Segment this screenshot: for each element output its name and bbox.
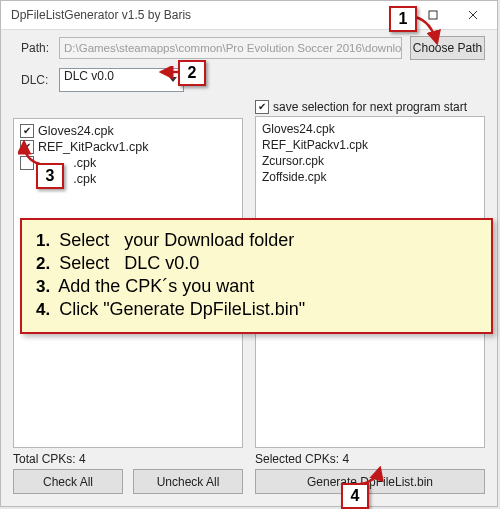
dlc-selected-value: DLC v0.0 — [64, 69, 114, 83]
list-item-label: REF_KitPackv1.cpk — [38, 140, 148, 154]
list-item[interactable]: REF_KitPackv1.cpk — [20, 139, 236, 155]
list-item-label: .cpk — [73, 172, 96, 186]
step-number: 4. — [36, 300, 50, 319]
total-cpks-label: Total CPKs: 4 — [13, 448, 243, 469]
list-item-label: Gloves24.cpk — [38, 124, 114, 138]
checkbox-icon[interactable] — [20, 124, 34, 138]
arrow-icon — [413, 15, 443, 51]
step-number: 3. — [36, 277, 50, 296]
save-selection-row[interactable]: save selection for next program start — [255, 100, 485, 116]
dlc-row: DLC: DLC v0.0 — [1, 64, 497, 100]
close-button[interactable] — [453, 2, 493, 28]
check-all-button[interactable]: Check All — [13, 469, 123, 494]
callout-3: 3 — [36, 163, 64, 189]
step-number: 1. — [36, 231, 50, 250]
step-text: Add the CPK´s you want — [58, 276, 254, 296]
path-input[interactable]: D:\Games\steamapps\common\Pro Evolution … — [59, 37, 402, 59]
list-item-label: .cpk — [73, 156, 96, 170]
list-item[interactable]: Gloves24.cpk — [20, 123, 236, 139]
left-buttons: Check All Uncheck All — [13, 469, 243, 502]
callout-2: 2 — [178, 60, 206, 86]
step-text: Click "Generate DpFileList.bin" — [59, 299, 305, 319]
uncheck-all-button[interactable]: Uncheck All — [133, 469, 243, 494]
instruction-panel: 1. Select your Download folder 2. Select… — [20, 218, 493, 334]
step-text: Select — [59, 230, 109, 250]
checkbox-icon[interactable] — [255, 100, 269, 114]
step-text: Select — [59, 253, 109, 273]
step-text: DLC v0.0 — [124, 253, 199, 273]
window-title: DpFileListGenerator v1.5 by Baris — [11, 8, 373, 22]
callout-1: 1 — [389, 6, 417, 32]
list-item[interactable]: Zoffside.cpk — [262, 169, 478, 185]
list-item[interactable]: Gloves24.cpk — [262, 121, 478, 137]
step-text: your Download folder — [124, 230, 294, 250]
path-label: Path: — [21, 41, 51, 55]
callout-4: 4 — [341, 483, 369, 509]
dlc-label: DLC: — [21, 73, 51, 87]
step-number: 2. — [36, 254, 50, 273]
list-item[interactable]: REF_KitPackv1.cpk — [262, 137, 478, 153]
list-item[interactable]: Zcursor.cpk — [262, 153, 478, 169]
save-selection-label: save selection for next program start — [273, 100, 467, 114]
